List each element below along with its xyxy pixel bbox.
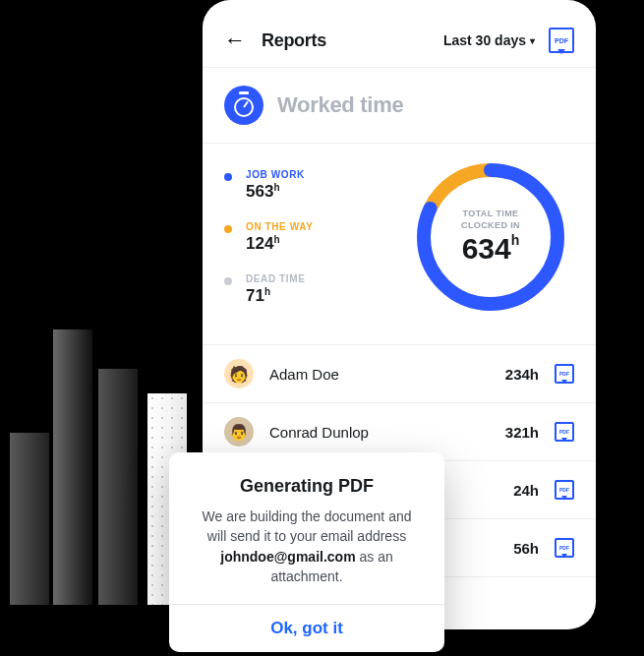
employee-hours: 234h <box>505 366 539 383</box>
legend-item-dead-time: DEAD TIME 71h <box>224 273 403 306</box>
employee-name: Conrad Dunlop <box>269 424 505 441</box>
stats-panel: JOB WORK 563h ON THE WAY 124h DEAD TIME … <box>203 144 596 344</box>
employee-hours: 24h <box>513 482 539 499</box>
stopwatch-icon <box>224 86 263 125</box>
dialog-confirm-button[interactable]: Ok, got it <box>169 604 444 652</box>
legend-label: ON THE WAY <box>246 221 313 232</box>
legend-value: 124h <box>246 234 313 254</box>
legend-item-on-the-way: ON THE WAY 124h <box>224 221 403 254</box>
legend-label: JOB WORK <box>246 169 305 180</box>
dialog-title: Generating PDF <box>191 476 423 497</box>
row-export-pdf-button[interactable]: PDF <box>555 538 574 558</box>
dialog-message: We are building the document and will se… <box>191 507 423 586</box>
app-header: ← Reports Last 30 days ▾ PDF <box>203 18 596 67</box>
avatar: 🧑 <box>224 359 254 388</box>
avatar: 👨 <box>224 417 254 447</box>
legend: JOB WORK 563h ON THE WAY 124h DEAD TIME … <box>224 169 403 306</box>
table-row[interactable]: 🧑 Adam Doe 234h PDF <box>203 345 596 403</box>
download-icon <box>557 49 565 54</box>
donut-label: TOTAL TIMECLOCKED IN <box>461 209 520 231</box>
row-export-pdf-button[interactable]: PDF <box>555 480 574 500</box>
date-range-label: Last 30 days <box>443 32 526 48</box>
section-title: Worked time <box>277 92 403 118</box>
export-pdf-button[interactable]: PDF <box>549 28 574 53</box>
legend-label: DEAD TIME <box>246 273 305 284</box>
dialog-email: johndoe@gmail.com <box>220 549 355 565</box>
employee-hours: 56h <box>513 540 539 557</box>
legend-value: 71h <box>246 286 305 306</box>
page-title: Reports <box>262 30 326 51</box>
back-arrow-icon[interactable]: ← <box>224 28 246 53</box>
row-export-pdf-button[interactable]: PDF <box>555 422 574 442</box>
dot-icon <box>224 173 232 181</box>
pdf-generating-dialog: Generating PDF We are building the docum… <box>169 452 444 652</box>
date-range-selector[interactable]: Last 30 days ▾ <box>443 32 535 48</box>
chevron-down-icon: ▾ <box>530 35 535 46</box>
dot-icon <box>224 277 232 285</box>
legend-item-job-work: JOB WORK 563h <box>224 169 403 202</box>
row-export-pdf-button[interactable]: PDF <box>555 364 574 384</box>
employee-hours: 321h <box>505 424 539 441</box>
donut-chart: TOTAL TIMECLOCKED IN 634h <box>407 153 574 321</box>
donut-value: 634h <box>462 232 520 266</box>
legend-value: 563h <box>246 182 305 202</box>
section-header: Worked time <box>203 68 596 143</box>
dot-icon <box>224 225 232 233</box>
employee-name: Adam Doe <box>269 366 505 383</box>
